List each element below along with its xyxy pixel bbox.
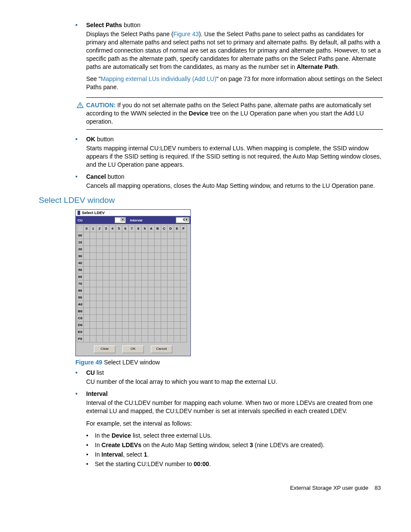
grid-cell[interactable] — [142, 274, 148, 280]
grid-cell[interactable] — [109, 336, 116, 342]
grid-cell[interactable] — [155, 308, 161, 315]
grid-cell[interactable] — [142, 232, 148, 239]
grid-cell[interactable] — [97, 294, 103, 301]
grid-cell[interactable] — [168, 336, 174, 342]
grid-cell[interactable] — [116, 301, 122, 308]
grid-cell[interactable] — [116, 322, 122, 329]
grid-cell[interactable] — [109, 253, 116, 260]
grid-cell[interactable] — [84, 239, 90, 246]
grid-cell[interactable] — [148, 308, 155, 315]
grid-cell[interactable] — [174, 239, 181, 246]
grid-cell[interactable] — [84, 253, 90, 260]
grid-cell[interactable] — [142, 253, 148, 260]
grid-cell[interactable] — [142, 329, 148, 336]
grid-cell[interactable] — [161, 308, 168, 315]
grid-cell[interactable] — [109, 260, 116, 267]
grid-cell[interactable] — [135, 315, 142, 322]
grid-cell[interactable] — [103, 232, 109, 239]
grid-cell[interactable] — [103, 253, 109, 260]
grid-cell[interactable] — [142, 260, 148, 267]
grid-cell[interactable] — [109, 301, 116, 308]
interval-dropdown[interactable]: 0 — [176, 217, 190, 223]
grid-cell[interactable] — [161, 301, 168, 308]
grid-cell[interactable] — [129, 267, 135, 274]
grid-cell[interactable] — [135, 253, 142, 260]
grid-cell[interactable] — [148, 253, 155, 260]
grid-cell[interactable] — [129, 329, 135, 336]
grid-cell[interactable] — [155, 336, 161, 342]
grid-cell[interactable] — [168, 246, 174, 253]
grid-cell[interactable] — [161, 315, 168, 322]
grid-cell[interactable] — [148, 232, 155, 239]
grid-cell[interactable] — [84, 287, 90, 294]
grid-cell[interactable] — [135, 294, 142, 301]
grid-cell[interactable] — [155, 301, 161, 308]
grid-cell[interactable] — [155, 239, 161, 246]
grid-cell[interactable] — [135, 301, 142, 308]
grid-cell[interactable] — [122, 253, 129, 260]
grid-cell[interactable] — [161, 329, 168, 336]
grid-cell[interactable] — [103, 315, 109, 322]
grid-cell[interactable] — [161, 232, 168, 239]
grid-cell[interactable] — [155, 322, 161, 329]
grid-cell[interactable] — [84, 267, 90, 274]
grid-cell[interactable] — [116, 308, 122, 315]
grid-cell[interactable] — [122, 260, 129, 267]
grid-cell[interactable] — [122, 336, 129, 342]
grid-cell[interactable] — [90, 246, 97, 253]
grid-cell[interactable] — [109, 315, 116, 322]
grid-cell[interactable] — [90, 294, 97, 301]
grid-cell[interactable] — [90, 315, 97, 322]
grid-cell[interactable] — [148, 267, 155, 274]
grid-cell[interactable] — [116, 294, 122, 301]
grid-cell[interactable] — [155, 246, 161, 253]
grid-cell[interactable] — [97, 301, 103, 308]
grid-cell[interactable] — [155, 253, 161, 260]
grid-cell[interactable] — [155, 232, 161, 239]
grid-cell[interactable] — [142, 239, 148, 246]
grid-cell[interactable] — [168, 267, 174, 274]
grid-cell[interactable] — [174, 294, 181, 301]
grid-cell[interactable] — [168, 308, 174, 315]
grid-cell[interactable] — [97, 287, 103, 294]
grid-cell[interactable] — [135, 329, 142, 336]
grid-cell[interactable] — [122, 329, 129, 336]
grid-cell[interactable] — [181, 267, 187, 274]
grid-cell[interactable] — [181, 260, 187, 267]
grid-cell[interactable] — [135, 322, 142, 329]
grid-cell[interactable] — [135, 239, 142, 246]
grid-cell[interactable] — [181, 232, 187, 239]
grid-cell[interactable] — [168, 329, 174, 336]
grid-cell[interactable] — [103, 301, 109, 308]
grid-cell[interactable] — [129, 294, 135, 301]
ok-dialog-button[interactable]: OK — [122, 345, 144, 353]
grid-cell[interactable] — [97, 315, 103, 322]
grid-cell[interactable] — [90, 322, 97, 329]
grid-cell[interactable] — [84, 329, 90, 336]
grid-cell[interactable] — [181, 336, 187, 342]
grid-cell[interactable] — [109, 239, 116, 246]
grid-cell[interactable] — [84, 280, 90, 287]
grid-cell[interactable] — [97, 246, 103, 253]
grid-cell[interactable] — [84, 260, 90, 267]
grid-cell[interactable] — [97, 322, 103, 329]
grid-cell[interactable] — [84, 294, 90, 301]
grid-cell[interactable] — [161, 322, 168, 329]
grid-cell[interactable] — [142, 301, 148, 308]
grid-cell[interactable] — [181, 274, 187, 280]
grid-cell[interactable] — [135, 246, 142, 253]
grid-cell[interactable] — [103, 322, 109, 329]
grid-cell[interactable] — [116, 246, 122, 253]
grid-cell[interactable] — [90, 274, 97, 280]
grid-cell[interactable] — [174, 322, 181, 329]
grid-cell[interactable] — [97, 253, 103, 260]
grid-cell[interactable] — [116, 274, 122, 280]
grid-cell[interactable] — [97, 280, 103, 287]
grid-cell[interactable] — [97, 239, 103, 246]
grid-cell[interactable] — [116, 336, 122, 342]
grid-cell[interactable] — [129, 232, 135, 239]
grid-cell[interactable] — [122, 322, 129, 329]
grid-cell[interactable] — [116, 260, 122, 267]
grid-cell[interactable] — [168, 260, 174, 267]
grid-cell[interactable] — [135, 308, 142, 315]
